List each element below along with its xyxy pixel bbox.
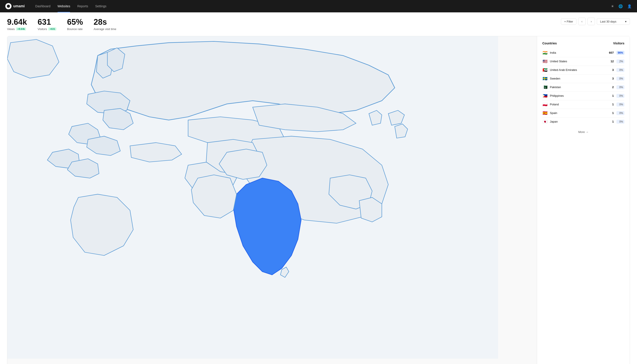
stat-visit-time-label: Average visit time — [94, 28, 116, 31]
stats-row: 9.64k Views +9.64k 631 Visitors +631 65%… — [7, 18, 630, 31]
country-count: 1 — [607, 103, 614, 106]
country-flag: 🇵🇭 — [542, 94, 548, 98]
nav-settings[interactable]: Settings — [92, 0, 110, 12]
table-header: Countries Visitors — [542, 42, 624, 45]
date-range-select[interactable]: Last 30 days ▾ — [597, 18, 630, 25]
country-count: 1 — [607, 94, 614, 98]
table-row: 🇮🇳India60796% — [542, 48, 624, 57]
stat-bounce-label: Bounce rate — [67, 28, 83, 31]
countries-header: Countries — [542, 42, 557, 45]
country-pct: 0% — [616, 85, 624, 89]
content-area: Countries Visitors 🇮🇳India60796%🇺🇸United… — [7, 36, 630, 364]
stat-visitors-value: 631 — [38, 18, 56, 26]
country-pct: 0% — [616, 77, 624, 80]
more-link[interactable]: More → — [542, 130, 624, 134]
user-icon[interactable]: 👤 — [627, 4, 632, 8]
country-flag: 🇮🇳 — [542, 50, 548, 55]
next-arrow[interactable]: › — [587, 18, 595, 25]
country-pct: 0% — [616, 102, 624, 106]
toolbar: + Filter ‹ › Last 30 days ▾ — [561, 18, 630, 25]
country-flag: 🇺🇸 — [542, 59, 548, 64]
stat-visit-time-value: 28s — [94, 18, 116, 26]
countries-list: 🇮🇳India60796%🇺🇸United States122%🇦🇪United… — [542, 48, 624, 126]
country-flag: 🇸🇪 — [542, 76, 548, 81]
country-pct: 2% — [616, 60, 624, 64]
country-name: Spain — [550, 111, 607, 115]
country-pct: 0% — [616, 94, 624, 98]
country-name: Poland — [550, 103, 607, 106]
country-name: Pakistan — [550, 86, 607, 89]
country-name: Sweden — [550, 77, 607, 80]
table-row: 🇪🇸Spain10% — [542, 109, 624, 118]
logo-icon — [5, 3, 12, 9]
country-flag: 🇯🇵 — [542, 119, 548, 124]
table-row: 🇵🇱Poland10% — [542, 100, 624, 109]
stat-views-badge: +9.64k — [16, 28, 26, 30]
country-count: 2 — [607, 86, 614, 89]
country-count: 12 — [607, 60, 614, 63]
nav-right: ☀ 🌐 👤 — [611, 4, 632, 8]
visitors-header: Visitors — [613, 42, 624, 45]
navbar: umami Dashboard Websites Reports Setting… — [0, 0, 637, 12]
country-flag: 🇪🇸 — [542, 111, 548, 116]
theme-icon[interactable]: ☀ — [611, 4, 614, 8]
stat-bounce-value: 65% — [67, 18, 83, 26]
stat-visitors: 631 Visitors +631 — [38, 18, 56, 31]
nav-links: Dashboard Websites Reports Settings — [32, 0, 110, 12]
table-row: 🇺🇸United States122% — [542, 57, 624, 66]
country-name: United Arab Emirates — [550, 68, 607, 72]
country-count: 3 — [607, 77, 614, 80]
chevron-down-icon: ▾ — [625, 20, 626, 23]
world-map-container — [7, 36, 537, 364]
country-name: India — [550, 51, 607, 54]
country-pct: 0% — [616, 120, 624, 124]
country-name: United States — [550, 60, 607, 63]
country-count: 3 — [607, 68, 614, 72]
stat-bounce: 65% Bounce rate — [67, 18, 83, 31]
country-flag: 🇦🇪 — [542, 68, 548, 72]
table-row: 🇸🇪Sweden30% — [542, 74, 624, 83]
map-panel — [7, 36, 537, 364]
logo-text: umami — [13, 4, 25, 8]
country-flag: 🇵🇱 — [542, 102, 548, 107]
stat-visitors-label: Visitors +631 — [38, 28, 56, 31]
country-count: 1 — [607, 120, 614, 123]
globe-icon[interactable]: 🌐 — [618, 4, 623, 8]
table-row: 🇦🇪United Arab Emirates30% — [542, 66, 624, 74]
table-panel: Countries Visitors 🇮🇳India60796%🇺🇸United… — [537, 36, 630, 364]
filter-button[interactable]: + Filter — [561, 18, 576, 25]
country-pct: 0% — [616, 111, 624, 115]
nav-dashboard[interactable]: Dashboard — [32, 0, 54, 12]
country-pct: 0% — [616, 68, 624, 72]
stat-views: 9.64k Views +9.64k — [7, 18, 27, 31]
country-pct: 96% — [616, 51, 624, 55]
country-count: 607 — [607, 51, 614, 54]
country-count: 1 — [607, 111, 614, 115]
logo: umami — [5, 3, 25, 9]
table-row: 🇵🇭Philippines10% — [542, 92, 624, 100]
stat-views-label: Views +9.64k — [7, 28, 27, 31]
table-row: 🇯🇵Japan10% — [542, 118, 624, 126]
prev-arrow[interactable]: ‹ — [578, 18, 586, 25]
country-name: Japan — [550, 120, 607, 123]
stat-visitors-badge: +631 — [48, 28, 56, 30]
table-row: 🇵🇰Pakistan20% — [542, 83, 624, 92]
country-flag: 🇵🇰 — [542, 85, 548, 90]
country-name: Philippines — [550, 94, 607, 98]
stat-views-value: 9.64k — [7, 18, 27, 26]
nav-websites[interactable]: Websites — [54, 0, 74, 12]
world-map-svg — [7, 36, 537, 364]
nav-reports[interactable]: Reports — [74, 0, 92, 12]
stat-visit-time: 28s Average visit time — [94, 18, 116, 31]
main-content: 9.64k Views +9.64k 631 Visitors +631 65%… — [0, 12, 637, 364]
